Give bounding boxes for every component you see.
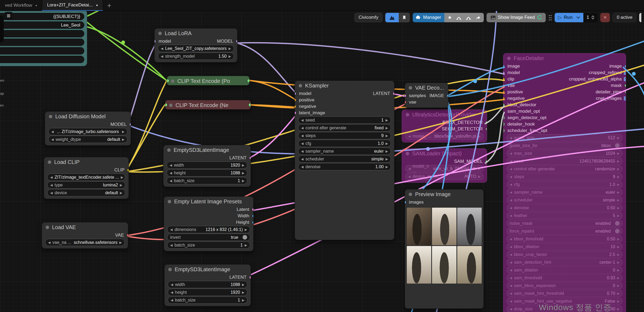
node-titlebar[interactable]: CLIP Text Encode (Po	[167, 76, 249, 85]
canvas-menu-button[interactable]: ≡	[4, 12, 13, 20]
cancel-button[interactable]: ×	[600, 13, 610, 22]
node-load-vae[interactable]: Load VAEVAE◀vae_na ...schnellvae.safeten…	[42, 222, 128, 249]
widget-batch-size[interactable]: ◀batch_size1▶	[167, 177, 247, 184]
widget-height[interactable]: ◀height1088▶	[167, 169, 247, 177]
decrement-arrow-icon[interactable]: ◀	[170, 243, 173, 247]
input-slot[interactable]	[503, 110, 504, 112]
node-titlebar[interactable]: Preview Image	[405, 189, 484, 199]
node-titlebar[interactable]: EmptySD3LatentImage	[163, 145, 251, 155]
widget-guide-size-for[interactable]: guide_size_forbbox	[507, 142, 623, 149]
share-arrow-icon[interactable]	[475, 15, 481, 20]
widget-value[interactable]: ◀Lee_Seol_ZIT_copy.safetensors▶	[158, 45, 234, 52]
decrement-arrow-icon[interactable]: ◀	[510, 260, 512, 264]
decrement-arrow-icon[interactable]: ◀	[161, 47, 163, 50]
decrement-arrow-icon[interactable]: ◀	[510, 245, 512, 249]
input-slot[interactable]	[503, 71, 505, 74]
collapsed-output-slot[interactable]	[247, 79, 250, 82]
widget-height[interactable]: ◀height1920▶	[168, 289, 247, 296]
collapse-dot-icon[interactable]	[48, 160, 51, 164]
run-button[interactable]: ▷ Run	[555, 13, 583, 22]
widget-scheduler[interactable]: ◀schedulersimple▶	[507, 196, 623, 204]
new-tab-button[interactable]: +	[103, 0, 116, 11]
widget-bbox-dilation[interactable]: ◀bbox_dilation10▶	[507, 243, 623, 250]
decrement-arrow-icon[interactable]: ◀	[301, 134, 303, 138]
output-slot[interactable]	[624, 65, 626, 68]
increment-arrow-icon[interactable]: ▶	[386, 157, 388, 161]
widget-bbox-crop-factor[interactable]: ◀bbox_crop_factor2.5▶	[507, 251, 623, 258]
increment-arrow-icon[interactable]: ▶	[386, 165, 388, 169]
node-titlebar[interactable]: EmptySD3LatentImage	[164, 265, 251, 274]
increment-arrow-icon[interactable]: ▶	[242, 179, 244, 183]
increment-arrow-icon[interactable]: ▶	[386, 149, 388, 153]
preview-thumbnail[interactable]	[457, 246, 482, 284]
increment-arrow-icon[interactable]: ▶	[617, 284, 620, 288]
decrement-arrow-icon[interactable]: ◀	[510, 167, 512, 171]
increment-arrow-icon[interactable]: ▶	[386, 126, 388, 130]
decrement-arrow-icon[interactable]: ◀	[301, 157, 303, 161]
widget-seed[interactable]: ◀seed1▶	[298, 116, 391, 124]
toolbar-overflow-button[interactable]	[639, 13, 641, 22]
increment-arrow-icon[interactable]: ▶	[386, 142, 388, 145]
increment-arrow-icon[interactable]: ▶	[245, 243, 247, 247]
node-titlebar[interactable]: UltralyticsDetectorProvider	[402, 110, 487, 119]
tab-unsaved-dot-icon[interactable]: ●	[96, 3, 98, 7]
decrement-arrow-icon[interactable]: ◀	[51, 130, 54, 134]
node-titlebar[interactable]: SAMLoader (Impact)	[402, 149, 487, 158]
decrement-arrow-icon[interactable]: ◀	[170, 163, 172, 167]
toggle-knob-icon[interactable]	[615, 229, 620, 233]
decrement-arrow-icon[interactable]: ◀	[510, 198, 512, 202]
widget-feather[interactable]: ◀feather5▶	[507, 212, 623, 219]
increment-arrow-icon[interactable]: ▶	[617, 292, 620, 295]
collapsed-output-slot[interactable]	[248, 103, 251, 107]
output-slot[interactable]	[249, 157, 251, 160]
increment-arrow-icon[interactable]: ▶	[617, 268, 620, 272]
collapse-dot-icon[interactable]	[406, 152, 409, 155]
decrement-arrow-icon[interactable]: ◀	[510, 253, 512, 256]
increment-arrow-icon[interactable]: ▶	[386, 134, 388, 138]
collapse-dot-icon[interactable]	[299, 84, 302, 87]
output-slot[interactable]	[485, 121, 487, 124]
decrement-arrow-icon[interactable]: ◀	[510, 152, 512, 155]
decrement-arrow-icon[interactable]: ◀	[408, 134, 411, 138]
increment-arrow-icon[interactable]: ▶	[242, 298, 244, 302]
widget-vae-na-[interactable]: ◀vae_na ...schnellvae.safetensors▶	[45, 239, 125, 246]
decrement-arrow-icon[interactable]: ◀	[170, 228, 173, 232]
star-icon[interactable]: ★	[448, 14, 452, 20]
widget-model-[interactable]: ◀model_ ...bbox/face_yolov8m.pt▶	[405, 133, 484, 140]
node-titlebar[interactable]: FaceDetailer	[503, 53, 626, 63]
toolbar-drag-handle[interactable]	[548, 14, 552, 20]
widget-device[interactable]: ◀devicedefault▶	[47, 189, 125, 196]
node-empty-latent-presets[interactable]: 0.006sKJNodesEmpty Latent Image PresetsL…	[164, 196, 254, 251]
widget-model-n-[interactable]: ◀model_n ...sam_vit_b_01ec64.pth▶	[405, 165, 484, 172]
node-ultralytics-detector-provider[interactable]: comfyui-impact-subpackUltralyticsDetecto…	[402, 109, 487, 142]
input-slot[interactable]	[295, 99, 296, 102]
collapse-dot-icon[interactable]	[167, 148, 171, 152]
widget-sampler-name[interactable]: ◀sampler_nameeuler▶	[298, 148, 391, 155]
optional-input-slot[interactable]	[503, 123, 505, 126]
civicomfy-button[interactable]: Civicomfy	[354, 13, 382, 22]
tab-status-dot-icon[interactable]: ●	[35, 4, 37, 7]
widget-control-after-generate[interactable]: ◀control after generaterandomize▶	[507, 165, 623, 172]
increment-arrow-icon[interactable]: ▶	[617, 214, 620, 218]
collapse-dot-icon[interactable]	[507, 57, 511, 60]
decrement-arrow-icon[interactable]: ◀	[510, 214, 512, 218]
input-slot[interactable]	[503, 65, 505, 68]
widget-batch-size[interactable]: ◀batch_size1▶	[167, 241, 250, 249]
output-slot[interactable]	[249, 276, 251, 279]
output-slot[interactable]	[252, 221, 254, 224]
input-slot[interactable]	[503, 78, 505, 81]
widget-width[interactable]: ◀width1088▶	[168, 281, 247, 288]
output-slot[interactable]	[127, 169, 129, 172]
widget-guide-size[interactable]: ◀guide_size512▶	[507, 134, 623, 141]
increment-arrow-icon[interactable]: ▶	[242, 163, 244, 167]
preview-thumbnail[interactable]	[432, 246, 456, 284]
decrement-arrow-icon[interactable]: ◀	[161, 54, 163, 58]
decrement-arrow-icon[interactable]: ◀	[510, 136, 512, 140]
increment-arrow-icon[interactable]: ▶	[386, 118, 388, 122]
node-titlebar[interactable]: Empty Latent Image Presets	[164, 197, 253, 206]
increment-arrow-icon[interactable]: ▶	[245, 228, 247, 232]
output-slot[interactable]	[127, 234, 128, 237]
widget-cfg[interactable]: ◀cfg1.0▶	[507, 181, 623, 188]
node-titlebar[interactable]: KSampler	[295, 81, 394, 90]
optional-input-slot[interactable]	[503, 129, 505, 132]
